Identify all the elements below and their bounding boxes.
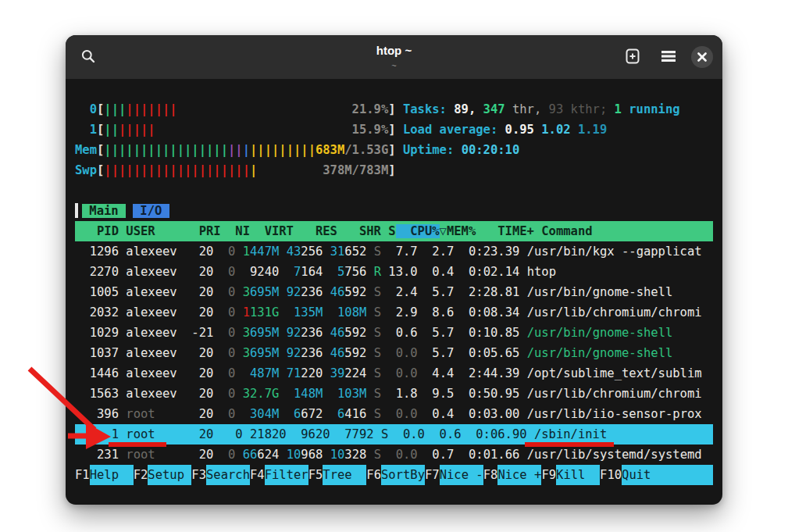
tab-tick [75, 203, 78, 218]
text-segment: 0.4 0:03.00 /usr/lib/iio-sensor-prox [418, 407, 702, 421]
text-segment: Tasks: [396, 102, 455, 116]
fnkey-f3-label[interactable]: Search [206, 465, 250, 485]
text-segment: 2.4 5.7 2:28.81 /usr/bin/gnome-shell [381, 285, 672, 299]
text-segment [235, 366, 250, 380]
tab-main[interactable]: Main [82, 204, 126, 218]
text-segment: 7.7 2.7 0:23.39 /usr/bin/kgx --gapplicat [381, 245, 702, 259]
text-segment [279, 285, 286, 299]
fnkey-f10-key[interactable]: F10 [600, 465, 622, 485]
fnkey-f8-key[interactable]: F8 [483, 465, 498, 485]
text-segment: 9240 [235, 265, 294, 279]
text-segment [279, 305, 294, 320]
fnkey-f6-label[interactable]: SortBy [381, 465, 425, 485]
text-segment: 92 [287, 346, 301, 360]
text-segment [235, 326, 242, 340]
text-segment [235, 387, 242, 401]
text-segment: 0 [221, 326, 236, 340]
text-segment: 46 [330, 285, 345, 299]
process-row[interactable]: 1029 alexeev -21 0 3695M 92236 46592 S 0… [75, 323, 713, 343]
cpu0-meter-value: 21.9% [352, 99, 389, 120]
meter-bar-segment: | [243, 143, 250, 157]
swp-meter-bar: |||||||||||||||||||||378M/783M [104, 160, 388, 180]
text-segment: 231 [75, 448, 126, 462]
text-segment: 1 root 20 0 21820 9620 7792 S 0.0 0.6 0:… [75, 427, 607, 441]
text-segment: CPU% [396, 224, 440, 238]
process-row[interactable]: 1296 alexeev 20 0 1447M 43256 31652 S 7.… [75, 241, 713, 262]
process-row[interactable]: 1446 alexeev 20 0 487M 71220 39224 S 0.0… [75, 363, 713, 384]
menu-button[interactable] [655, 44, 682, 70]
text-segment: Uptime: [396, 143, 462, 157]
text-segment: S [374, 407, 381, 421]
text-segment: 592 [344, 346, 373, 360]
text-segment: 0 [221, 285, 236, 299]
text-segment: , [534, 102, 549, 116]
fnkey-f10-label[interactable]: Quit [622, 465, 713, 485]
text-segment: 1446 alexeev 20 [75, 366, 221, 380]
text-segment [235, 448, 242, 462]
process-row-selected[interactable]: 1 root 20 0 21820 9620 7792 S 0.0 0.6 0:… [75, 424, 713, 445]
titlebar: htop ~ ~ [66, 35, 722, 79]
text-segment: R [374, 265, 381, 279]
fnkey-f6-key[interactable]: F6 [366, 465, 381, 485]
fnkey-f5-label[interactable]: Tree [323, 465, 366, 485]
fnkey-f4-key[interactable]: F4 [250, 465, 265, 485]
meter-close-bracket: ] [388, 102, 395, 116]
text-segment: 1563 alexeev 20 [75, 387, 221, 401]
fnkey-f4-label[interactable]: Filter [265, 465, 308, 485]
text-segment: 396 [75, 407, 126, 421]
text-segment: /1.53G [344, 143, 388, 157]
fnkey-f3-key[interactable]: F3 [191, 465, 206, 485]
text-segment [381, 448, 396, 462]
text-segment: 2.9 8.6 0:08.34 /usr/lib/chromium/chromi [381, 305, 702, 320]
text-segment: 31 [330, 245, 345, 259]
meter-bar-segment: ||||| [119, 123, 155, 137]
text-segment: /usr/bin/gnome-shell [527, 326, 673, 340]
process-row[interactable]: 231 root 20 0 66624 10968 10328 S 0.0 0.… [75, 445, 713, 465]
text-segment: 0 [221, 407, 236, 421]
meter-close-bracket: ] [388, 143, 395, 157]
function-key-bar: F1Help F2Setup F3SearchF4FilterF5Tree F6… [75, 465, 713, 485]
text-segment: 5 [337, 265, 344, 279]
process-row[interactable]: 2270 alexeev 20 0 9240 7164 5756 R 13.0 … [75, 262, 713, 282]
fnkey-f8-label[interactable]: Nice + [497, 465, 541, 485]
process-row[interactable]: 1563 alexeev 20 0 32.7G 148M 103M S 1.8 … [75, 384, 713, 404]
text-segment: S [374, 285, 381, 299]
meter-open-bracket: [ [97, 102, 104, 116]
close-button[interactable] [691, 44, 713, 70]
text-segment: 13.0 0.4 0:02.14 htop [381, 265, 556, 279]
text-segment: 624 [257, 448, 286, 462]
fnkey-f9-key[interactable]: F9 [541, 465, 556, 485]
text-segment: 236 [301, 285, 330, 299]
text-segment: 328 [344, 448, 373, 462]
fnkey-f7-key[interactable]: F7 [425, 465, 440, 485]
meter-open-bracket: [ [97, 123, 104, 137]
fnkey-f7-label[interactable]: Nice - [440, 465, 483, 485]
fnkey-f9-label[interactable]: Kill [556, 465, 600, 485]
mem-meter-label: Mem [75, 143, 97, 157]
fnkey-f2-label[interactable]: Setup [148, 465, 191, 485]
new-tab-button[interactable] [619, 44, 646, 70]
text-segment: 0 [221, 245, 236, 259]
fnkey-f1-key[interactable]: F1 [75, 465, 90, 485]
text-segment: 46 [330, 326, 345, 340]
process-row[interactable]: 1037 alexeev 20 0 3695M 92236 46592 S 0.… [75, 343, 713, 363]
fnkey-f1-label[interactable]: Help [90, 465, 134, 485]
text-segment [381, 366, 396, 380]
process-row[interactable]: 2032 alexeev 20 0 1131G 135M 108M S 2.9 … [75, 302, 713, 323]
meter-bar-segment: ||||||||||||||||| [104, 143, 228, 157]
process-row[interactable]: 1005 alexeev 20 0 3695M 92236 46592 S 2.… [75, 282, 713, 302]
process-row[interactable]: 396 root 20 0 304M 6672 6416 S 0.0 0.4 0… [75, 404, 713, 424]
text-segment [323, 387, 337, 401]
search-button[interactable] [75, 44, 102, 70]
meter-bar-segment: || [228, 143, 243, 157]
fnkey-f2-key[interactable]: F2 [134, 465, 148, 485]
text-segment: 592 [344, 326, 373, 340]
tab-io[interactable]: I/O [133, 204, 169, 218]
fnkey-f5-key[interactable]: F5 [308, 465, 323, 485]
text-segment: 487M [250, 366, 279, 380]
text-segment: 256 [301, 245, 330, 259]
meter-bar-segment: || [104, 123, 119, 137]
text-segment: 416 [344, 407, 373, 421]
table-header[interactable]: PID USER PRI NI VIRT RES SHR S CPU%▽MEM%… [75, 221, 713, 241]
text-segment: 1.02 [541, 123, 578, 137]
